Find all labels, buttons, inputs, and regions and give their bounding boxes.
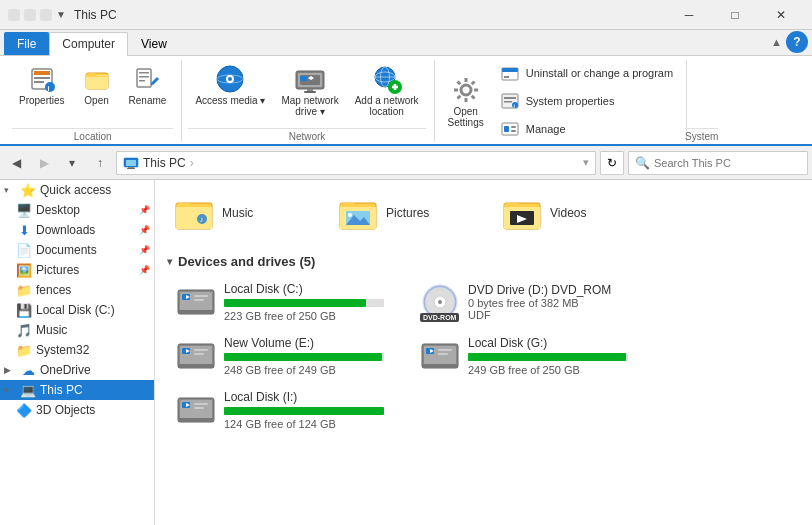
this-pc-icon: 💻 <box>20 382 36 398</box>
sidebar-item-3d-objects[interactable]: 🔷 3D Objects <box>0 400 154 420</box>
open-button[interactable]: Open <box>74 60 120 109</box>
tab-file[interactable]: File <box>4 32 49 55</box>
system32-icon: 📁 <box>16 342 32 358</box>
open-settings-button[interactable]: OpenSettings <box>441 71 491 131</box>
rename-button[interactable]: Rename <box>122 60 174 109</box>
recent-locations-button[interactable]: ▾ <box>60 151 84 175</box>
help-button[interactable]: ? <box>786 31 808 53</box>
sidebar-item-local-c-quick[interactable]: 💾 Local Disk (C:) <box>0 300 154 320</box>
rename-label: Rename <box>129 95 167 106</box>
svg-rect-47 <box>504 126 509 132</box>
svg-rect-11 <box>139 80 145 82</box>
drive-new-volume-e-icon <box>176 336 216 376</box>
drive-new-volume-e-bar-bg <box>224 353 384 361</box>
svg-rect-42 <box>504 97 516 99</box>
svg-rect-94 <box>194 407 204 409</box>
address-dropdown-arrow[interactable]: ▾ <box>583 156 589 169</box>
sidebar-item-fences[interactable]: 📁 fences <box>0 280 154 300</box>
onedrive-label: OneDrive <box>40 363 91 377</box>
uninstall-button[interactable]: Uninstall or change a program <box>495 60 678 86</box>
quick-access-icon: ⭐ <box>20 182 36 198</box>
uninstall-icon <box>500 63 520 83</box>
properties-button[interactable]: i Properties <box>12 60 72 109</box>
file-area: ♪ Music Pictures <box>155 180 812 525</box>
tab-computer[interactable]: Computer <box>49 32 128 56</box>
rename-icon <box>131 63 163 95</box>
svg-rect-20 <box>304 91 316 93</box>
drive-local-i[interactable]: Local Disk (I:) 124 GB free of 124 GB <box>167 385 407 435</box>
map-network-drive-button[interactable]: Map networkdrive ▾ <box>274 60 345 120</box>
main-area: ▾ ⭐ Quick access 🖥️ Desktop 📌 ⬇ Download… <box>0 180 812 525</box>
sidebar-item-this-pc[interactable]: ▾ 💻 This PC <box>0 380 154 400</box>
window-icon3 <box>40 9 52 21</box>
close-button[interactable]: ✕ <box>758 0 804 30</box>
search-input[interactable] <box>654 157 801 169</box>
search-box[interactable]: 🔍 <box>628 151 808 175</box>
drive-dvd-d-icon: DVD-ROM <box>420 282 460 322</box>
documents-label: Documents <box>36 243 97 257</box>
address-path[interactable]: This PC › ▾ <box>116 151 596 175</box>
ribbon-collapse-btn[interactable]: ▲ <box>771 36 782 48</box>
uninstall-label: Uninstall or change a program <box>526 67 673 79</box>
sidebar-item-documents[interactable]: 📄 Documents 📌 <box>0 240 154 260</box>
svg-point-62 <box>348 213 352 217</box>
sidebar-item-pictures[interactable]: 🖼️ Pictures 📌 <box>0 260 154 280</box>
minimize-button[interactable]: ─ <box>666 0 712 30</box>
drive-dvd-d-free: 0 bytes free of 382 MB <box>468 297 642 309</box>
svg-rect-72 <box>194 299 204 301</box>
manage-button[interactable]: Manage <box>495 116 678 142</box>
drive-local-g[interactable]: Local Disk (G:) 249 GB free of 250 GB <box>411 331 651 381</box>
pin-icon2: 📌 <box>139 225 150 235</box>
system-properties-button[interactable]: i System properties <box>495 88 678 114</box>
back-button[interactable]: ◀ <box>4 151 28 175</box>
drive-new-volume-e-free: 248 GB free of 249 GB <box>224 364 398 376</box>
drive-local-c-free: 223 GB free of 250 GB <box>224 310 398 322</box>
folder-music[interactable]: ♪ Music <box>167 188 327 238</box>
music-folder-icon: ♪ <box>174 193 214 233</box>
downloads-label: Downloads <box>36 223 95 237</box>
sidebar-item-desktop[interactable]: 🖥️ Desktop 📌 <box>0 200 154 220</box>
add-network-location-button[interactable]: Add a networklocation <box>348 60 426 120</box>
sidebar-item-quick-access[interactable]: ▾ ⭐ Quick access <box>0 180 154 200</box>
sidebar-item-downloads[interactable]: ⬇ Downloads 📌 <box>0 220 154 240</box>
sidebar-item-music[interactable]: 🎵 Music <box>0 320 154 340</box>
devices-chevron: ▾ <box>167 256 172 267</box>
ribbon-location-buttons: i Properties Open <box>12 60 173 126</box>
folder-pictures[interactable]: Pictures <box>331 188 491 238</box>
pin-icon4: 📌 <box>139 265 150 275</box>
desktop-label: Desktop <box>36 203 80 217</box>
svg-rect-2 <box>34 77 50 79</box>
svg-line-37 <box>457 96 460 99</box>
devices-section-header[interactable]: ▾ Devices and drives (5) <box>167 254 800 269</box>
open-icon <box>81 63 113 95</box>
svg-rect-93 <box>194 403 208 405</box>
maximize-button[interactable]: □ <box>712 0 758 30</box>
address-path-text: This PC <box>143 156 186 170</box>
up-button[interactable]: ↑ <box>88 151 112 175</box>
access-media-button[interactable]: Access media ▾ <box>188 60 272 109</box>
drive-new-volume-e[interactable]: New Volume (E:) 248 GB free of 249 GB <box>167 331 407 381</box>
svg-rect-10 <box>139 76 149 78</box>
videos-folder-icon <box>502 193 542 233</box>
refresh-button[interactable]: ↻ <box>600 151 624 175</box>
videos-folder-name: Videos <box>550 206 586 220</box>
tab-view[interactable]: View <box>128 32 180 55</box>
drive-local-c[interactable]: Local Disk (C:) 223 GB free of 250 GB <box>167 277 407 327</box>
svg-text:i: i <box>47 85 49 92</box>
3d-objects-label: 3D Objects <box>36 403 95 417</box>
svg-rect-48 <box>511 126 516 128</box>
manage-icon <box>500 119 520 139</box>
drive-local-g-free: 249 GB free of 250 GB <box>468 364 642 376</box>
desktop-icon: 🖥️ <box>16 202 32 218</box>
drive-dvd-d[interactable]: DVD-ROM DVD Drive (D:) DVD_ROM 0 bytes f… <box>411 277 651 327</box>
forward-button[interactable]: ▶ <box>32 151 56 175</box>
add-network-location-label: Add a networklocation <box>355 95 419 117</box>
map-network-drive-label: Map networkdrive ▾ <box>281 95 338 117</box>
drive-local-i-bar-bg <box>224 407 384 415</box>
sidebar-item-onedrive[interactable]: ▶ ☁ OneDrive <box>0 360 154 380</box>
folder-videos[interactable]: Videos <box>495 188 655 238</box>
properties-label: Properties <box>19 95 65 106</box>
drive-new-volume-e-info: New Volume (E:) 248 GB free of 249 GB <box>224 336 398 376</box>
access-media-label: Access media ▾ <box>195 95 265 106</box>
sidebar-item-system32[interactable]: 📁 System32 <box>0 340 154 360</box>
